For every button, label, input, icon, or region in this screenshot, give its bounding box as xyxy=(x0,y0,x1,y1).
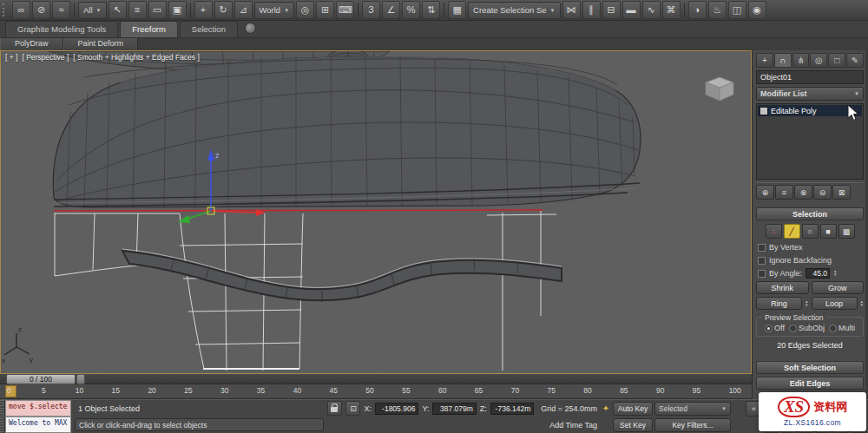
toolbar-grip[interactable] xyxy=(3,3,8,16)
by-angle-checkbox[interactable] xyxy=(758,270,766,278)
by-vertex-checkbox[interactable] xyxy=(758,244,766,252)
grow-button[interactable]: Grow xyxy=(812,281,865,294)
time-slider-handle[interactable]: 0 / 100 xyxy=(6,374,76,384)
viewcube-gizmo[interactable] xyxy=(706,77,733,101)
sole-flange[interactable] xyxy=(122,249,562,302)
time-slider-next-nub[interactable] xyxy=(76,374,85,384)
reference-coordinate-dropdown[interactable]: World▼ xyxy=(254,2,295,19)
ruler-tick[interactable]: 75 xyxy=(547,386,555,395)
by-angle-spinner[interactable]: ▲▼ xyxy=(833,270,837,277)
ruler-tick[interactable]: 40 xyxy=(293,386,301,395)
edit-edges-rollout-header[interactable]: Edit Edges xyxy=(756,377,864,390)
listener-output-line[interactable]: Welcome to MAX xyxy=(5,417,71,433)
percent-snap-icon[interactable]: % xyxy=(402,1,420,19)
selection-region-icon[interactable]: ▭ xyxy=(148,1,167,19)
rendered-frame-icon[interactable]: ◫ xyxy=(728,1,746,19)
tab-polydraw[interactable]: PolyDraw xyxy=(0,38,63,50)
edit-selection-sets-icon[interactable]: ▦ xyxy=(448,1,466,19)
shoe-body-mesh[interactable] xyxy=(53,56,641,207)
preview-multi-radio[interactable] xyxy=(829,325,837,332)
ignore-backfacing-option[interactable]: Ignore Backfacing xyxy=(756,255,864,266)
snaps-toggle-icon[interactable]: 3 xyxy=(362,1,380,19)
create-tab-icon[interactable]: + xyxy=(756,53,773,68)
ruler-tick[interactable]: 20 xyxy=(148,386,155,395)
by-angle-option[interactable]: By Angle: 45.0 ▲▼ xyxy=(756,268,864,279)
window-crossing-icon[interactable]: ▣ xyxy=(168,1,187,19)
keyboard-override-icon[interactable]: ⌨ xyxy=(336,1,354,19)
border-subobject-icon[interactable]: ○ xyxy=(802,224,819,239)
align-icon[interactable]: ∥ xyxy=(582,1,601,19)
ring-spinner[interactable]: ▲▼ xyxy=(805,300,808,307)
by-angle-field[interactable]: 45.0 xyxy=(806,268,830,279)
tab-freeform[interactable]: Freeform xyxy=(120,21,178,37)
tab-selection[interactable]: Selection xyxy=(180,21,238,37)
tab-paint-deform[interactable]: Paint Deform xyxy=(63,38,139,50)
ruler-tick[interactable]: 25 xyxy=(184,386,192,395)
time-slider[interactable]: 0 / 100 xyxy=(0,374,752,384)
preview-subobj-option[interactable]: SubObj xyxy=(789,324,825,332)
display-tab-icon[interactable]: □ xyxy=(828,53,845,68)
motion-tab-icon[interactable]: ◎ xyxy=(810,53,827,68)
viewport-general-menu[interactable]: [ + ] xyxy=(5,53,17,62)
viewport-shading-menu[interactable]: [ Smooth + Highlights + Edged Faces ] xyxy=(73,53,200,62)
select-by-name-icon[interactable]: ≡ xyxy=(128,1,147,19)
configure-modifier-sets-icon[interactable]: ⊠ xyxy=(832,185,851,200)
key-mode-dropdown[interactable]: Selected▼ xyxy=(654,402,731,416)
select-and-rotate-icon[interactable]: ↻ xyxy=(214,1,233,19)
set-key-button[interactable]: Set Key xyxy=(613,418,653,432)
ribbon-options-button[interactable] xyxy=(245,23,256,34)
ruler-tick[interactable]: 70 xyxy=(511,386,519,395)
select-and-move-icon[interactable]: + xyxy=(194,1,213,19)
viewport-pov-menu[interactable]: [ Perspective ] xyxy=(22,53,69,62)
modify-tab-icon[interactable]: ∩ xyxy=(774,53,792,68)
select-and-scale-icon[interactable]: ⊿ xyxy=(234,1,253,19)
select-and-link-icon[interactable]: ∞ xyxy=(12,1,30,19)
ruler-tick[interactable]: 55 xyxy=(402,386,410,395)
ruler-tick[interactable]: 35 xyxy=(257,386,265,395)
maxscript-mini-listener[interactable]: move $.selecte Welcome to MAX xyxy=(5,400,71,433)
loop-button[interactable]: Loop xyxy=(812,297,858,310)
preview-multi-option[interactable]: Multi xyxy=(829,324,855,332)
auto-key-button[interactable]: Auto Key xyxy=(613,402,653,416)
edge-subobject-icon[interactable]: ╱ xyxy=(784,224,800,239)
mirror-icon[interactable]: ⋈ xyxy=(562,1,581,19)
render-setup-icon[interactable]: ♨ xyxy=(708,1,727,19)
ruler-tick[interactable]: 10 xyxy=(76,386,83,395)
ruler-tick[interactable]: 0 xyxy=(5,386,12,395)
ruler-tick[interactable]: 95 xyxy=(693,386,700,395)
ribbon-toggle-icon[interactable]: ▬ xyxy=(622,1,641,19)
ruler-tick[interactable]: 80 xyxy=(583,386,591,395)
track-bar[interactable]: 0510152025303540455055606570758085909510… xyxy=(0,384,752,399)
ring-button[interactable]: Ring xyxy=(756,297,802,310)
selection-lock-icon[interactable] xyxy=(327,401,342,416)
ruler-tick[interactable]: 50 xyxy=(365,386,373,395)
select-object-icon[interactable]: ↖ xyxy=(108,1,127,19)
ruler-tick[interactable]: 65 xyxy=(475,386,483,395)
selection-rollout-header[interactable]: Selection xyxy=(756,207,864,220)
add-time-tag[interactable]: Add Time Tag xyxy=(549,421,597,430)
use-pivot-center-icon[interactable]: ◎ xyxy=(296,1,314,19)
ruler-tick[interactable]: 100 xyxy=(729,386,741,395)
tab-graphite-modeling-tools[interactable]: Graphite Modeling Tools xyxy=(5,21,118,37)
soft-selection-rollout-header[interactable]: Soft Selection xyxy=(756,361,864,374)
bind-to-space-warp-icon[interactable]: ≈ xyxy=(52,1,70,19)
by-vertex-option[interactable]: By Vertex xyxy=(756,242,864,253)
selected-edge-loop[interactable] xyxy=(54,210,542,211)
ruler-tick[interactable]: 45 xyxy=(330,386,338,395)
loop-spinner[interactable]: ▲▼ xyxy=(860,300,864,307)
vertex-subobject-icon[interactable]: ∴ xyxy=(766,224,782,239)
ruler-tick[interactable]: 5 xyxy=(40,386,47,395)
render-production-icon[interactable]: ◉ xyxy=(748,1,766,19)
make-unique-icon[interactable]: ⊗ xyxy=(794,185,812,200)
polygon-subobject-icon[interactable]: ■ xyxy=(820,224,837,239)
unlink-selection-icon[interactable]: ⊘ xyxy=(32,1,50,19)
element-subobject-icon[interactable]: ▩ xyxy=(838,224,855,239)
y-coord-field[interactable]: 387.079m xyxy=(432,403,476,415)
utilities-tab-icon[interactable]: ✎ xyxy=(846,53,864,68)
material-editor-icon[interactable]: ◑ xyxy=(688,1,707,19)
ruler-tick[interactable]: 85 xyxy=(620,386,628,395)
selection-filter-dropdown[interactable]: All▼ xyxy=(78,2,107,19)
hierarchy-tab-icon[interactable]: ⋔ xyxy=(792,53,810,68)
viewport-canvas[interactable]: z z x y xyxy=(1,51,751,373)
ruler-tick[interactable]: 60 xyxy=(438,386,446,395)
